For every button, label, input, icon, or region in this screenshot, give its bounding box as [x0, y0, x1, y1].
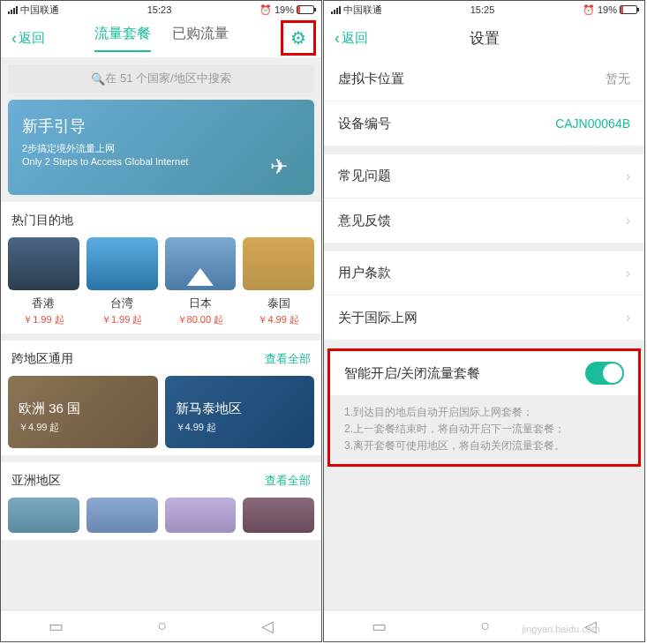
chevron-right-icon: ›: [626, 213, 630, 228]
banner-sub1: 2步搞定境外流量上网: [22, 142, 300, 155]
chevron-right-icon: ›: [626, 168, 630, 184]
battery-icon: [620, 5, 637, 14]
dest-hongkong[interactable]: 香港 ￥1.99 起: [8, 237, 79, 326]
recent-icon[interactable]: ▭: [49, 617, 64, 636]
carrier-label: 中国联通: [343, 4, 382, 17]
battery-icon: [297, 5, 314, 14]
row-smart-toggle: 智能开启/关闭流量套餐: [330, 351, 638, 395]
chevron-right-icon: ›: [626, 266, 630, 281]
status-bar: 中国联通 15:25 ⏰ 19%: [324, 1, 644, 19]
system-nav: ▭ ○ ◁: [1, 610, 321, 641]
row-faq[interactable]: 常见问题 ›: [324, 154, 644, 198]
banner-title: 新手引导: [22, 116, 300, 137]
guide-banner[interactable]: 新手引导 2步搞定境外流量上网 Only 2 Steps to Access G…: [8, 100, 314, 195]
search-input[interactable]: 🔍 在 51 个国家/地区中搜索: [8, 64, 314, 93]
view-all-link[interactable]: 查看全部: [265, 473, 311, 489]
status-bar: 中国联通 15:23 ⏰ 19%: [1, 1, 321, 19]
dest-taiwan[interactable]: 台湾 ￥1.99 起: [87, 237, 158, 326]
highlight-box: 智能开启/关闭流量套餐 1.到达目的地后自动开启国际上网套餐； 2.上一套餐结束…: [327, 348, 641, 467]
home-icon[interactable]: ○: [158, 617, 168, 635]
dest-thailand[interactable]: 泰国 ￥4.99 起: [243, 237, 314, 326]
highlight-box: ⚙: [281, 20, 316, 56]
asia-title: 亚洲地区: [11, 473, 61, 489]
chevron-left-icon: ‹: [11, 29, 17, 48]
toggle-description: 1.到达目的地后自动开启国际上网套餐； 2.上一套餐结束时，将自动开启下一流量套…: [330, 395, 638, 464]
back-label: 返回: [19, 30, 45, 47]
row-about[interactable]: 关于国际上网 ›: [324, 296, 644, 340]
watermark: jingyan.baidu.com: [522, 624, 600, 634]
gear-icon[interactable]: ⚙: [290, 27, 306, 49]
system-nav: ▭ ○ ◁ jingyan.baidu.com: [324, 610, 644, 641]
chevron-right-icon: ›: [626, 310, 630, 326]
back-icon[interactable]: ◁: [261, 617, 274, 636]
asia-item[interactable]: [87, 498, 158, 533]
recent-icon[interactable]: ▭: [372, 617, 387, 636]
dest-image: [87, 237, 158, 290]
home-icon[interactable]: ○: [481, 617, 491, 635]
battery-percent: 19%: [598, 4, 617, 15]
alarm-icon: ⏰: [260, 4, 272, 16]
dest-image: [8, 237, 79, 290]
page-title: 设置: [470, 28, 500, 49]
back-label: 返回: [342, 30, 368, 47]
dest-image: [243, 237, 314, 290]
cross-region-title: 跨地区通用: [11, 351, 73, 367]
dest-image: [165, 237, 237, 290]
tab-purchased[interactable]: 已购流量: [172, 25, 229, 52]
signal-icon: [8, 6, 18, 14]
time-label: 15:25: [470, 4, 495, 15]
nav-bar: ‹ 返回 流量套餐 已购流量 ⚙: [1, 19, 321, 57]
battery-percent: 19%: [275, 4, 294, 15]
nav-bar: ‹ 返回 设置: [324, 19, 644, 57]
plane-icon: ✈: [270, 154, 288, 179]
back-button[interactable]: ‹ 返回: [335, 29, 368, 48]
alarm-icon: ⏰: [583, 4, 595, 16]
asia-item[interactable]: [165, 498, 237, 533]
row-device-id[interactable]: 设备编号 CAJN00064B: [324, 101, 644, 146]
asia-item[interactable]: [8, 498, 79, 533]
view-all-link[interactable]: 查看全部: [265, 351, 311, 367]
dest-japan[interactable]: 日本 ￥80.00 起: [165, 237, 237, 326]
tab-data-plans[interactable]: 流量套餐: [94, 25, 151, 52]
banner-sub2: Only 2 Steps to Access Global Internet: [22, 155, 300, 168]
search-icon: 🔍: [91, 72, 105, 86]
chevron-left-icon: ‹: [335, 29, 340, 48]
region-sea[interactable]: 新马泰地区 ￥4.99 起: [165, 376, 315, 448]
asia-item[interactable]: [243, 498, 314, 533]
signal-icon: [331, 6, 341, 14]
search-placeholder: 在 51 个国家/地区中搜索: [105, 71, 230, 86]
region-europe[interactable]: 欧洲 36 国 ￥4.99 起: [8, 376, 158, 448]
hot-dest-title: 热门目的地: [11, 213, 73, 228]
back-button[interactable]: ‹ 返回: [11, 29, 45, 48]
carrier-label: 中国联通: [20, 4, 59, 17]
toggle-switch[interactable]: [585, 362, 624, 385]
time-label: 15:23: [147, 4, 172, 15]
row-terms[interactable]: 用户条款 ›: [324, 251, 644, 296]
row-feedback[interactable]: 意见反馈 ›: [324, 198, 644, 243]
row-virtual-card[interactable]: 虚拟卡位置 暂无: [324, 57, 644, 101]
